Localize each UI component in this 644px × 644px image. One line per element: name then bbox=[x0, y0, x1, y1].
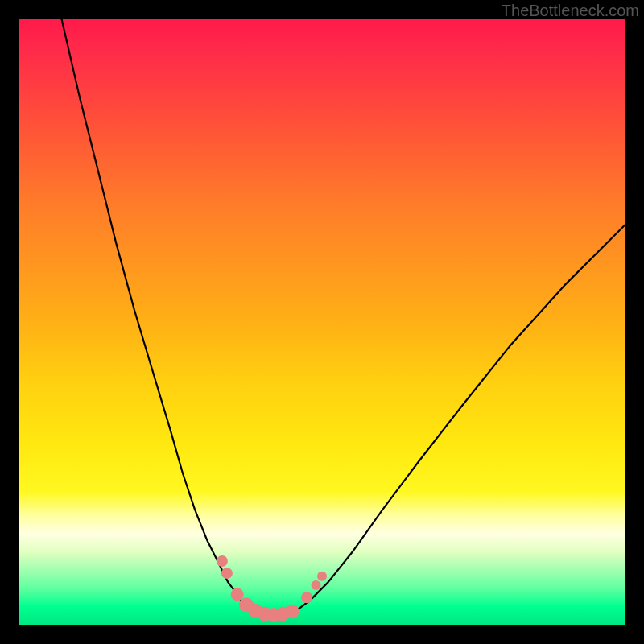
chart-plot-area bbox=[19, 19, 625, 625]
watermark-text: TheBottleneck.com bbox=[502, 2, 639, 20]
